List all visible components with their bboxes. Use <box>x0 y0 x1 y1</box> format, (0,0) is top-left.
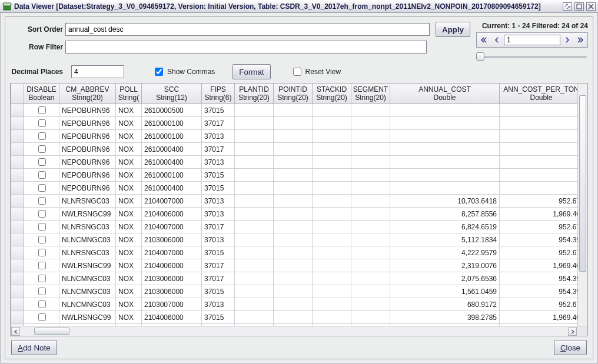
cell-poll[interactable]: NOX <box>116 130 142 143</box>
cell-stackid[interactable] <box>313 298 351 311</box>
cell-scc[interactable]: 2610000100 <box>142 117 202 130</box>
table-row[interactable]: NLNRSNGC03NOX21040070003701310,703.64189… <box>11 195 578 208</box>
cell-annual-cost[interactable]: 10,703.6418 <box>390 195 500 208</box>
cell-stackid[interactable] <box>313 233 351 246</box>
cell-stackid[interactable] <box>313 272 351 285</box>
cell-annual-cost[interactable]: 4,222.9579 <box>390 246 500 259</box>
pager-last-button[interactable] <box>574 34 586 46</box>
cell-ann-cost-per-ton[interactable] <box>500 143 578 156</box>
table-row[interactable]: NEPOBURN96NOX261000010037013 <box>11 130 578 143</box>
cell-stackid[interactable] <box>313 169 351 182</box>
row-header-cell[interactable] <box>11 298 24 311</box>
row-header-cell[interactable] <box>11 156 24 169</box>
cell-annual-cost[interactable] <box>390 130 500 143</box>
row-header-cell[interactable] <box>11 221 24 233</box>
cell-annual-cost[interactable]: 1,561.0459 <box>390 285 500 298</box>
cell-fips[interactable]: 37015 <box>202 104 235 117</box>
col-ann-cost-per-ton[interactable]: ANN_COST_PER_TONDouble <box>500 84 578 104</box>
add-note-button[interactable]: Add Note <box>11 340 57 355</box>
cell-fips[interactable]: 37017 <box>202 272 235 285</box>
cell-cm-abbrev[interactable]: NLNRSNGC03 <box>59 246 116 259</box>
table-row[interactable]: NEPOBURN96NOX261000040037017 <box>11 143 578 156</box>
cell-disable[interactable] <box>24 233 59 246</box>
cell-stackid[interactable] <box>313 117 351 130</box>
cell-stackid[interactable] <box>313 311 351 324</box>
cell-fips[interactable]: 37013 <box>202 195 235 208</box>
cell-poll[interactable]: NOX <box>116 143 142 156</box>
table-row[interactable]: NWLRSNGC99NOX210400600037015398.27851,96… <box>11 311 578 324</box>
cell-annual-cost[interactable]: 6,824.6519 <box>390 221 500 233</box>
close-button[interactable]: Close <box>554 340 587 355</box>
row-header-cell[interactable] <box>11 182 24 195</box>
cell-segment[interactable] <box>351 233 390 246</box>
cell-pointid[interactable] <box>274 130 313 143</box>
row-header-cell[interactable] <box>11 130 24 143</box>
cell-fips[interactable]: 37017 <box>202 259 235 272</box>
col-stackid[interactable]: STACKIDString(20) <box>313 84 351 104</box>
cell-annual-cost[interactable] <box>390 169 500 182</box>
pager-prev-button[interactable] <box>491 34 503 46</box>
cell-pointid[interactable] <box>274 143 313 156</box>
cell-cm-abbrev[interactable]: NLNRSNGC03 <box>59 195 116 208</box>
cell-fips[interactable]: 37013 <box>202 298 235 311</box>
cell-fips[interactable]: 37013 <box>202 233 235 246</box>
cell-cm-abbrev[interactable]: NEPOBURN96 <box>59 156 116 169</box>
decimal-places-input[interactable] <box>71 65 124 78</box>
cell-annual-cost[interactable] <box>390 182 500 195</box>
col-fips[interactable]: FIPSString(6) <box>202 84 235 104</box>
cell-ann-cost-per-ton[interactable]: 952.67 <box>500 246 578 259</box>
cell-annual-cost[interactable] <box>390 104 500 117</box>
cell-cm-abbrev[interactable]: NLNCMNGC03 <box>59 285 116 298</box>
cell-poll[interactable]: NOX <box>116 195 142 208</box>
table-row[interactable]: NEPOBURN96NOX261000010037015 <box>11 169 578 182</box>
cell-annual-cost[interactable]: 680.9172 <box>390 298 500 311</box>
cell-pointid[interactable] <box>274 104 313 117</box>
cell-plantid[interactable] <box>235 117 274 130</box>
cell-poll[interactable]: NOX <box>116 311 142 324</box>
cell-segment[interactable] <box>351 272 390 285</box>
cell-disable[interactable] <box>24 195 59 208</box>
cell-disable[interactable] <box>24 117 59 130</box>
cell-disable[interactable] <box>24 182 59 195</box>
table-row[interactable]: NWLRSNGC99NOX2104006000370138,257.85561,… <box>11 208 578 221</box>
cell-poll[interactable]: NOX <box>116 259 142 272</box>
cell-plantid[interactable] <box>235 311 274 324</box>
cell-plantid[interactable] <box>235 104 274 117</box>
cell-scc[interactable]: 2104007000 <box>142 195 202 208</box>
cell-ann-cost-per-ton[interactable]: 952.67 <box>500 221 578 233</box>
cell-cm-abbrev[interactable]: NLNCMNGC03 <box>59 272 116 285</box>
row-header-cell[interactable] <box>11 104 24 117</box>
cell-pointid[interactable] <box>274 272 313 285</box>
cell-stackid[interactable] <box>313 246 351 259</box>
cell-scc[interactable]: 2610000100 <box>142 169 202 182</box>
cell-segment[interactable] <box>351 311 390 324</box>
row-header-cell[interactable] <box>11 259 24 272</box>
row-header-cell[interactable] <box>11 285 24 298</box>
cell-segment[interactable] <box>351 285 390 298</box>
cell-scc[interactable]: 2103006000 <box>142 285 202 298</box>
col-pointid[interactable]: POINTIDString(20) <box>274 84 313 104</box>
cell-poll[interactable]: NOX <box>116 272 142 285</box>
cell-ann-cost-per-ton[interactable]: 1,969.40 <box>500 259 578 272</box>
col-cm-abbrev[interactable]: CM_ABBREVString(20) <box>59 84 116 104</box>
row-header-col[interactable] <box>11 84 24 104</box>
cell-pointid[interactable] <box>274 182 313 195</box>
cell-disable[interactable] <box>24 221 59 233</box>
cell-poll[interactable]: NOX <box>116 221 142 233</box>
cell-annual-cost[interactable]: 5,112.1834 <box>390 233 500 246</box>
col-annual-cost[interactable]: ANNUAL_COSTDouble <box>390 84 500 104</box>
cell-segment[interactable] <box>351 169 390 182</box>
cell-cm-abbrev[interactable]: NEPOBURN96 <box>59 182 116 195</box>
hscroll-right-arrow[interactable] <box>568 327 577 336</box>
col-disable[interactable]: DISABLEBoolean <box>24 84 59 104</box>
cell-scc[interactable]: 2104006000 <box>142 208 202 221</box>
cell-plantid[interactable] <box>235 195 274 208</box>
cell-cm-abbrev[interactable]: NEPOBURN96 <box>59 143 116 156</box>
pager-first-button[interactable] <box>478 34 490 46</box>
record-slider[interactable] <box>476 51 588 62</box>
pager-next-button[interactable] <box>562 34 573 46</box>
table-row[interactable]: NLNCMNGC03NOX2103006000370151,561.045995… <box>11 285 578 298</box>
cell-annual-cost[interactable]: 8,257.8556 <box>390 208 500 221</box>
cell-stackid[interactable] <box>313 156 351 169</box>
cell-scc[interactable]: 2103006000 <box>142 272 202 285</box>
